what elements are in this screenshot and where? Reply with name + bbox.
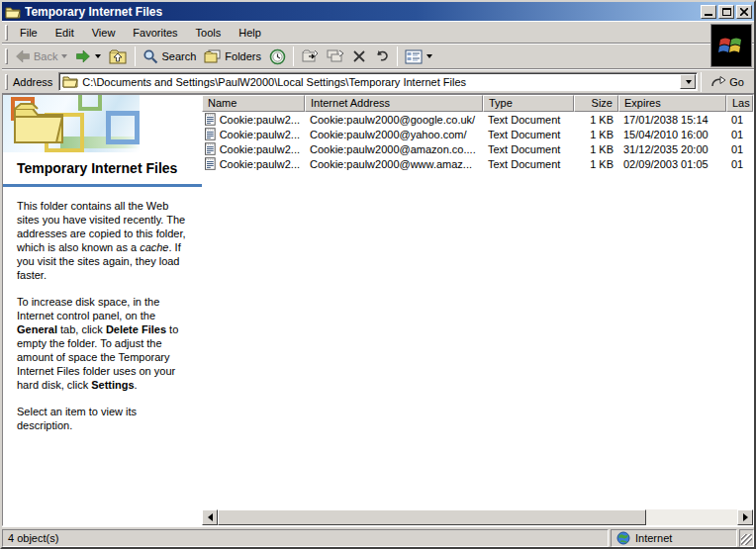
up-button[interactable] (105, 46, 132, 67)
text-document-icon (205, 142, 216, 155)
security-zone-label: Internet (635, 532, 672, 544)
column-header-last-accessed[interactable]: Las (726, 95, 753, 112)
file-expires: 17/01/2038 15:14 (618, 114, 726, 126)
folders-button[interactable]: Folders (200, 46, 265, 67)
toolbar-grip[interactable] (5, 48, 8, 64)
maximize-button[interactable] (718, 5, 734, 19)
sidebar-paragraph-2: To increase disk space, in the Internet … (17, 295, 188, 392)
scrollbar-track[interactable] (646, 509, 737, 525)
sidebar-folder-title: Temporary Internet Files (3, 152, 202, 182)
scroll-left-button[interactable] (202, 509, 218, 525)
status-bar: 4 object(s) Internet (2, 526, 754, 547)
file-type: Text Document (483, 143, 574, 155)
file-last-accessed: 01 (726, 114, 753, 126)
object-count: 4 object(s) (2, 529, 609, 547)
menu-bar-grip[interactable] (5, 25, 8, 41)
forward-dropdown-icon[interactable] (95, 54, 101, 58)
file-size: 1 KB (574, 129, 618, 140)
folder-banner (3, 95, 202, 152)
file-name: Cookie:paulw2... (220, 143, 300, 155)
file-rows: Cookie:paulw2... Cookie:paulw2000@google… (202, 112, 753, 509)
undo-button[interactable] (370, 46, 394, 67)
text-document-icon (205, 113, 216, 126)
menu-help[interactable]: Help (230, 24, 270, 42)
back-label: Back (34, 50, 57, 62)
column-header-size[interactable]: Size (574, 95, 618, 112)
horizontal-scrollbar[interactable] (202, 509, 753, 525)
move-to-button[interactable] (297, 46, 323, 67)
delete-button[interactable] (348, 46, 370, 67)
menu-edit[interactable]: Edit (47, 24, 83, 42)
toolbar-separator (397, 46, 398, 66)
file-type: Text Document (483, 114, 574, 126)
table-row[interactable]: Cookie:paulw2... Cookie:paulw2000@yahoo.… (202, 127, 753, 141)
column-header-type[interactable]: Type (483, 95, 574, 112)
column-header-internet-address[interactable]: Internet Address (305, 95, 483, 112)
column-header-expires[interactable]: Expires (618, 95, 726, 112)
file-last-accessed: 01 (726, 158, 753, 170)
blue-square-decoration (106, 111, 140, 144)
file-expires: 31/12/2035 20:00 (618, 143, 726, 155)
table-row[interactable]: Cookie:paulw2... Cookie:paulw2000@amazon… (202, 141, 753, 156)
column-headers: Name Internet Address Type Size Expires … (202, 95, 753, 112)
copy-to-button[interactable] (323, 46, 348, 67)
forward-arrow-icon (75, 48, 91, 64)
forward-button[interactable] (71, 46, 105, 67)
search-label: Search (161, 50, 196, 62)
column-header-name[interactable]: Name (202, 95, 305, 112)
folders-label: Folders (225, 50, 261, 62)
address-dropdown-button[interactable] (680, 74, 696, 89)
go-button[interactable]: Go (705, 73, 750, 91)
file-size: 1 KB (574, 158, 618, 170)
file-expires: 15/04/2010 16:00 (618, 129, 726, 140)
webview-sidebar: Temporary Internet Files This folder con… (3, 95, 202, 525)
back-button[interactable]: Back (11, 46, 71, 67)
internet-globe-icon (616, 531, 630, 545)
title-bar[interactable]: Temporary Internet Files (2, 2, 754, 21)
file-list-pane: Name Internet Address Type Size Expires … (202, 95, 753, 525)
scroll-left-icon (208, 513, 213, 521)
file-type: Text Document (483, 158, 574, 170)
file-expires: 02/09/2003 01:05 (618, 158, 726, 170)
table-row[interactable]: Cookie:paulw2... Cookie:paulw2000@www.am… (202, 156, 753, 171)
address-input[interactable]: C:\Documents and Settings\PaulW2000\Loca… (58, 72, 698, 91)
table-row[interactable]: Cookie:paulw2... Cookie:paulw2000@google… (202, 112, 753, 127)
search-icon (142, 48, 158, 64)
close-button[interactable] (736, 5, 752, 19)
views-button[interactable] (401, 46, 436, 67)
toolbar-separator (293, 46, 294, 66)
resize-grip[interactable] (739, 529, 754, 547)
file-internet-address: Cookie:paulw2000@yahoo.com/ (305, 129, 483, 140)
views-dropdown-icon[interactable] (426, 54, 432, 58)
history-button[interactable] (265, 46, 290, 67)
address-folder-icon (62, 75, 78, 88)
menu-file[interactable]: File (11, 24, 47, 42)
search-button[interactable]: Search (139, 46, 200, 67)
sidebar-paragraph-3: Select an item to view its description. (17, 405, 188, 432)
text-document-icon (205, 128, 216, 140)
scrollbar-thumb[interactable] (218, 509, 646, 525)
scroll-right-button[interactable] (737, 509, 753, 525)
go-label: Go (729, 76, 744, 88)
maximize-icon (722, 8, 731, 16)
menu-view[interactable]: View (83, 24, 125, 42)
undo-arrow-icon (374, 49, 390, 63)
address-separator (701, 72, 702, 92)
address-bar-grip[interactable] (5, 74, 8, 90)
sidebar-description: This folder contains all the Web sites y… (3, 187, 202, 432)
address-dropdown-icon (686, 80, 692, 84)
windows-flag-icon (718, 35, 744, 56)
file-last-accessed: 01 (726, 143, 753, 155)
folder-view: Temporary Internet Files This folder con… (2, 94, 754, 526)
menu-tools[interactable]: Tools (187, 24, 231, 42)
text-document-icon (205, 157, 216, 170)
file-name: Cookie:paulw2... (220, 129, 300, 140)
explorer-window: Temporary Internet Files File Edi (0, 0, 756, 549)
toolbar-separator (135, 46, 136, 66)
back-dropdown-icon[interactable] (61, 54, 67, 58)
minimize-button[interactable] (701, 5, 716, 19)
standard-toolbar: Back (2, 44, 754, 69)
copy-to-icon (327, 48, 344, 64)
menu-favorites[interactable]: Favorites (124, 24, 186, 42)
views-grid-icon (405, 49, 423, 64)
